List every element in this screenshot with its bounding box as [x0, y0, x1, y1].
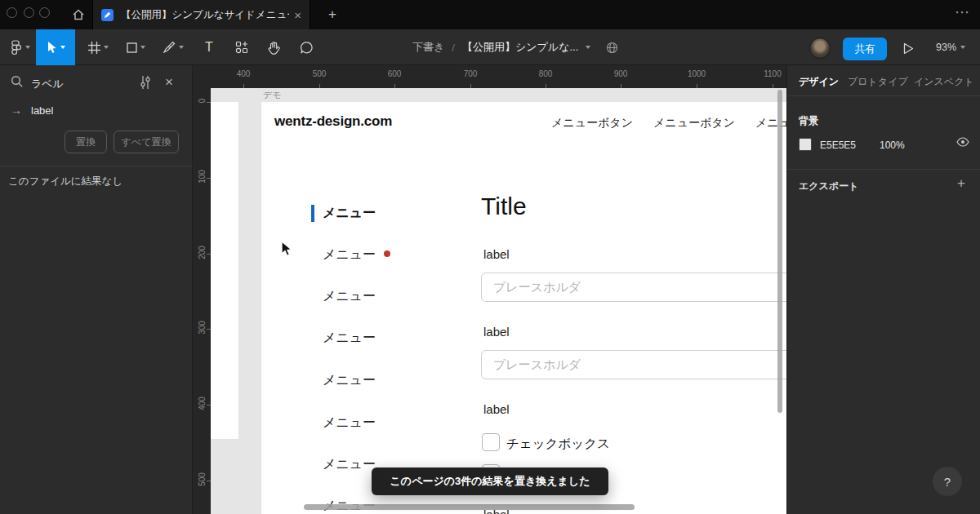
field-label[interactable]: label [483, 325, 510, 339]
sidebar-menu-item[interactable]: メニュー [323, 288, 376, 305]
hand-tool-button[interactable] [260, 29, 287, 65]
divider [787, 169, 980, 170]
present-button[interactable] [903, 42, 914, 55]
chevron-down-icon [960, 46, 965, 49]
replace-all-button[interactable]: すべて置換 [114, 131, 179, 153]
cursor-icon [46, 41, 57, 54]
nav-menu-button[interactable]: メニューボタン [551, 116, 633, 131]
tab-inspect[interactable]: インスペクト [914, 75, 974, 89]
window-minimize-button[interactable] [24, 7, 34, 18]
replace-input[interactable]: label [31, 104, 53, 117]
share-button[interactable]: 共有 [843, 38, 887, 60]
demo-frame[interactable]: wentz-design.com メニューボタン メニューボタン メニューボタン… [261, 102, 786, 514]
replace-result-toast: このページの3件の結果を置き換えました [372, 467, 608, 495]
play-icon [903, 42, 914, 55]
tab-title: 【公開用】シンプルなサイドメニュー・コ [121, 8, 289, 22]
chevron-down-icon [60, 46, 65, 49]
ruler-tick-label: 400 [198, 389, 207, 419]
breadcrumb-file-name[interactable]: 【公開用】シンプルな... [462, 40, 578, 55]
shape-tool-button[interactable] [119, 29, 152, 65]
ruler-tick-label: 0 [198, 88, 207, 116]
sidebar-menu-item[interactable]: メニュー [323, 246, 376, 264]
editor-toolbar: T 下書き / 【公開用】シンプルな. [0, 29, 980, 65]
ruler-tick-label: 500 [198, 465, 207, 494]
window-zoom-button[interactable] [39, 7, 50, 18]
add-export-icon[interactable]: + [957, 176, 965, 190]
frame-icon [88, 42, 100, 54]
input-placeholder: プレースホルダ [493, 357, 581, 373]
chevron-down-icon[interactable] [586, 46, 590, 49]
window-close-button[interactable] [7, 7, 17, 18]
canvas[interactable]: デモ wentz-design.com メニューボタン メニューボタン メニュー… [211, 88, 786, 514]
ruler-tick-label: 600 [388, 69, 402, 78]
search-no-results: このファイルに結果なし [8, 175, 122, 188]
breadcrumb-project[interactable]: 下書き [412, 40, 444, 55]
close-icon[interactable]: × [165, 74, 173, 91]
help-button[interactable]: ? [933, 467, 962, 496]
background-section-title: 背景 [799, 114, 818, 128]
field-label[interactable]: label [483, 402, 510, 416]
replace-button[interactable]: 置換 [65, 131, 107, 153]
file-tab[interactable]: 【公開用】シンプルなサイドメニュー・コ × [92, 0, 310, 29]
background-hex-value[interactable]: E5E5E5 [820, 140, 856, 151]
horizontal-ruler: 400 500 600 700 800 900 1000 1100 [193, 65, 786, 88]
figma-window: 【公開用】シンプルなサイドメニュー・コ × + ⋯ [0, 0, 980, 514]
pen-tool-button[interactable] [157, 29, 189, 65]
nav-menu-button[interactable]: メニューボタン [653, 116, 735, 131]
text-tool-button[interactable]: T [196, 29, 222, 65]
replace-row: → label [0, 101, 193, 122]
sidebar-menu-item[interactable]: メニュー [323, 456, 376, 473]
frame-tool-button[interactable] [82, 29, 114, 65]
text-tool-icon: T [205, 40, 213, 55]
window-tab-bar: 【公開用】シンプルなサイドメニュー・コ × + ⋯ [0, 0, 980, 29]
background-color-swatch[interactable] [799, 138, 812, 151]
search-input[interactable]: ラベル [31, 77, 64, 91]
checkbox[interactable] [482, 433, 500, 451]
rectangle-icon [127, 42, 137, 53]
chevron-down-icon [140, 46, 145, 49]
zoom-menu[interactable]: 93% [936, 29, 965, 65]
search-icon [11, 75, 24, 88]
tab-design[interactable]: デザイン [799, 75, 839, 89]
comment-bubble-icon [300, 41, 314, 55]
visibility-eye-icon[interactable] [956, 137, 969, 147]
sidebar-menu-item[interactable]: メニュー [323, 372, 376, 389]
tab-prototype[interactable]: プロトタイプ [848, 75, 908, 89]
comment-tool-button[interactable] [292, 29, 320, 65]
field-label[interactable]: label [483, 247, 510, 261]
new-tab-button[interactable]: + [323, 6, 341, 24]
globe-icon[interactable] [606, 42, 618, 54]
ruler-tick-label: 500 [313, 69, 327, 78]
more-icon[interactable]: ⋯ [955, 3, 970, 21]
home-button[interactable] [69, 5, 88, 24]
export-section-title: エクスポート [799, 179, 858, 193]
sidebar-menu-item[interactable]: メニュー [323, 330, 376, 347]
ruler-tick-label: 300 [198, 313, 207, 343]
sidebar-menu-item[interactable]: メニュー [323, 205, 376, 222]
ruler-tick-label: 1000 [688, 69, 706, 78]
ruler-tick-label: 1100 [764, 69, 782, 78]
hand-icon [267, 41, 280, 55]
breadcrumb-separator: / [452, 42, 455, 54]
tab-close-icon[interactable]: × [294, 9, 301, 21]
user-avatar[interactable] [809, 38, 831, 59]
inspector-tabs: デザイン プロトタイプ インスペクト [787, 65, 980, 96]
main-menu-button[interactable] [5, 29, 36, 65]
ruler-tick-label: 200 [198, 238, 207, 268]
partial-artboard[interactable] [211, 102, 238, 439]
frame-name-label[interactable]: デモ [263, 89, 282, 101]
text-input[interactable]: プレースホルダ [481, 273, 786, 302]
checkbox-label[interactable]: チェックボックス [506, 436, 610, 453]
notification-dot [384, 250, 390, 257]
background-opacity-value[interactable]: 100% [880, 140, 905, 151]
text-input[interactable]: プレースホルダ [481, 350, 786, 379]
canvas-vertical-scrollbar[interactable] [777, 90, 782, 413]
filter-sliders-icon[interactable] [138, 74, 153, 91]
canvas-horizontal-scrollbar[interactable] [304, 504, 635, 510]
sidebar-menu-item[interactable]: メニュー [323, 414, 376, 432]
page-title[interactable]: Title [481, 193, 527, 220]
resources-button[interactable] [229, 29, 255, 65]
active-menu-indicator [311, 205, 314, 222]
move-tool-button[interactable] [36, 29, 75, 65]
site-logo-text[interactable]: wentz-design.com [274, 113, 392, 130]
